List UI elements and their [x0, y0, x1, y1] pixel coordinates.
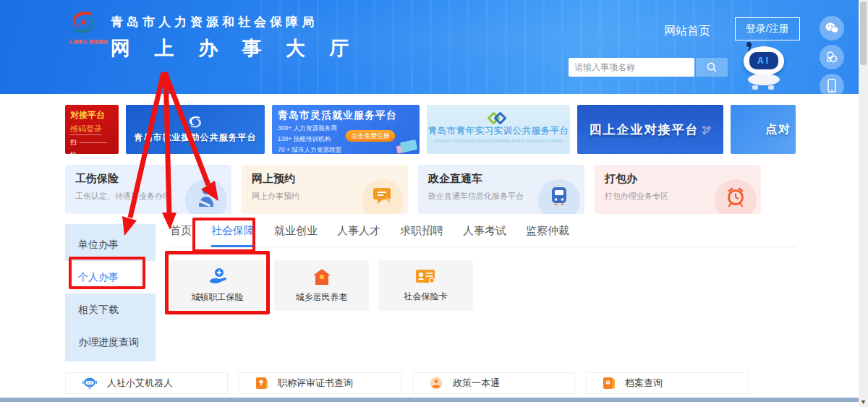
hand-plus-icon — [207, 267, 229, 286]
tab-talent[interactable]: 人事人才 — [337, 224, 380, 238]
scrollbar-thumb[interactable] — [860, 1, 867, 65]
banner-qr-login[interactable]: 对接平台 维码登录 扫 快 — [65, 105, 119, 154]
banner-enterprise-connect[interactable]: 四上企业对接平台 🕊 — [577, 105, 723, 154]
banner-line: 扫 — [70, 138, 114, 147]
ai-assistant-robot[interactable]: AI — [741, 40, 787, 91]
house-icon — [312, 267, 332, 286]
card-rural-resident-pension[interactable]: 城乡居民养老 — [274, 260, 369, 311]
tab-personnel-exam[interactable]: 人事考试 — [463, 224, 506, 238]
banner-carousel: 对接平台 维码登录 扫 快 青岛市就业援助公共服务平台 青岛市灵活就业服务平台 … — [65, 105, 796, 154]
hrss-logo-icon — [64, 9, 102, 38]
scrollbar-down-arrow-icon[interactable]: ▼ — [860, 398, 867, 406]
link-archive-query[interactable]: 档案查询 — [586, 372, 749, 394]
robot-base — [748, 74, 780, 85]
card-gov-enterprise-express[interactable]: 政企直通车 政企直通车信息化服务平台 — [418, 165, 584, 214]
sidebar-item-downloads[interactable]: 相关下载 — [65, 294, 156, 326]
app-badge-icon[interactable] — [820, 101, 844, 126]
category-label: 社会保险卡 — [404, 291, 448, 303]
banner-title: 四上企业对接平台 — [590, 121, 699, 138]
robot-foot — [768, 85, 774, 90]
logo: 人城事公 真情相助 — [61, 9, 106, 48]
archive-icon — [603, 377, 616, 390]
sidebar-item-unit-services[interactable]: 单位办事 — [65, 228, 156, 261]
category-label: 城镇职工保险 — [192, 291, 244, 304]
sidebar-item-personal-services[interactable]: 个人办事 — [65, 261, 156, 294]
sidebar: 单位办事 个人办事 相关下载 办理进度查询 — [65, 224, 156, 361]
wechat-icon[interactable] — [820, 16, 844, 40]
card-social-security-card[interactable]: 社会保险卡 — [378, 260, 473, 311]
dove-icon: 🕊 — [702, 124, 712, 135]
main-zone: 单位办事 个人办事 相关下载 办理进度查询 首页 社会保障 就业创业 人事人才 … — [65, 224, 796, 361]
robot-face: AI — [749, 52, 778, 69]
tab-social-security[interactable]: 社会保障 — [211, 224, 255, 238]
certificate-icon — [255, 377, 268, 390]
banner-youth-practice[interactable]: 青岛市青年实习实训公共服务平台 — QINGDAO YOUTH PRACTICE… — [427, 105, 570, 154]
bus-icon — [549, 186, 569, 207]
site-titles: 青岛市人力资源和社会保障局 网 上 办 事 大 厅 — [111, 14, 359, 61]
page-title: 网 上 办 事 大 厅 — [111, 35, 359, 61]
search-box — [569, 58, 728, 77]
chat-bubble-icon — [372, 187, 393, 207]
banner-line: 快 — [70, 150, 114, 154]
video-glyph-icon — [825, 51, 839, 64]
card-work-injury-insurance[interactable]: 工伤保险 工伤认定、待遇等业务办理 — [65, 165, 231, 214]
org-name: 青岛市人力资源和社会保障局 — [111, 14, 359, 30]
laptop-illustration — [400, 140, 417, 153]
banner-title: 青岛市就业援助公共服务平台 — [135, 132, 257, 144]
youth-platform-logo-icon — [489, 113, 508, 124]
platform-logo-icon — [187, 115, 204, 129]
login-register-button[interactable]: 登录/注册 — [735, 17, 800, 40]
category-card-row: 城镇职工保险 城乡居民养老 — [170, 260, 796, 311]
bottom-link-row: 人社小艾机器人 职称评审证书查询 政策一本通 — [65, 372, 749, 394]
bottom-link-label: 政策一本通 — [453, 377, 500, 390]
search-input[interactable] — [569, 58, 694, 77]
banner-stat: 70 + 城市人力资源联盟 — [278, 145, 395, 154]
banner-next-partial[interactable]: 点对 — [731, 105, 796, 154]
id-card-icon — [415, 268, 437, 286]
search-icon — [706, 61, 718, 73]
banner-employment-platform[interactable]: 青岛市就业援助公共服务平台 — [126, 105, 265, 154]
banner-subtitle: — QINGDAO YOUTH PRACTICE AND TRAINING PU… — [430, 140, 567, 144]
banner-title: 青岛市灵活就业服务平台 — [278, 109, 414, 122]
mobile-glyph-icon — [827, 79, 837, 93]
app-badge-glyph-icon — [823, 105, 841, 122]
bottom-link-label: 档案查询 — [625, 377, 663, 390]
banner-line: 维码登录 — [70, 124, 102, 135]
tab-arbitration[interactable]: 监察仲裁 — [526, 224, 569, 238]
tab-job-recruit[interactable]: 求职招聘 — [400, 224, 443, 238]
robot-antenna — [746, 42, 752, 47]
content-zone: 首页 社会保障 就业创业 人事人才 求职招聘 人事考试 监察仲裁 城镇职工保险 — [170, 224, 796, 361]
banner-register-button[interactable]: 点击免费注册 — [346, 130, 395, 142]
robot-icon — [82, 377, 98, 390]
link-policy-handbook[interactable]: 政策一本通 — [412, 372, 575, 394]
header-banner: 人城事公 真情相助 青岛市人力资源和社会保障局 网 上 办 事 大 厅 网站首页… — [0, 0, 868, 94]
footer-strip — [0, 398, 859, 402]
scrollbar[interactable]: ▼ — [859, 0, 868, 407]
link-ai-robot[interactable]: 人社小艾机器人 — [65, 372, 228, 394]
link-title-certificate-query[interactable]: 职称评审证书查询 — [239, 372, 401, 394]
quick-service-row: 工伤保险 工伤认定、待遇等业务办理 网上预约 网上办事预约 — [65, 165, 796, 214]
tab-home[interactable]: 首页 — [170, 224, 192, 238]
page: 人城事公 真情相助 青岛市人力资源和社会保障局 网 上 办 事 大 厅 网站首页… — [0, 0, 868, 407]
banner-title: 青岛市青年实习实训公共服务平台 — [428, 125, 569, 137]
logo-slogan: 人城事公 真情相助 — [69, 38, 98, 45]
banner-flexible-employment[interactable]: 青岛市灵活就业服务平台 300+ 人力资源服务商 130+ 技能培训机构 70 … — [272, 105, 420, 154]
video-channel-icon[interactable] — [820, 45, 844, 69]
tab-employment[interactable]: 就业创业 — [274, 224, 318, 238]
home-link[interactable]: 网站首页 — [664, 24, 710, 39]
tab-bar: 首页 社会保障 就业创业 人事人才 求职招聘 人事考试 监察仲裁 — [170, 224, 796, 247]
sidebar-item-progress-query[interactable]: 办理进度查询 — [65, 326, 156, 359]
search-button[interactable] — [696, 58, 728, 77]
policy-icon — [429, 377, 443, 390]
mobile-icon[interactable] — [820, 74, 844, 98]
banner-title: 点对 — [765, 122, 791, 137]
card-package-service[interactable]: 打包办 打包办理业务专区 — [595, 165, 761, 214]
bottom-link-label: 人社小艾机器人 — [107, 377, 173, 390]
wechat-glyph-icon — [825, 22, 839, 35]
category-label: 城乡居民养老 — [296, 291, 348, 304]
injured-person-icon — [196, 186, 216, 207]
bottom-link-label: 职称评审证书查询 — [278, 377, 353, 390]
banner-line: 对接平台 — [70, 109, 114, 121]
card-urban-employee-insurance[interactable]: 城镇职工保险 — [170, 260, 265, 311]
card-online-appointment[interactable]: 网上预约 网上办事预约 — [242, 165, 408, 214]
